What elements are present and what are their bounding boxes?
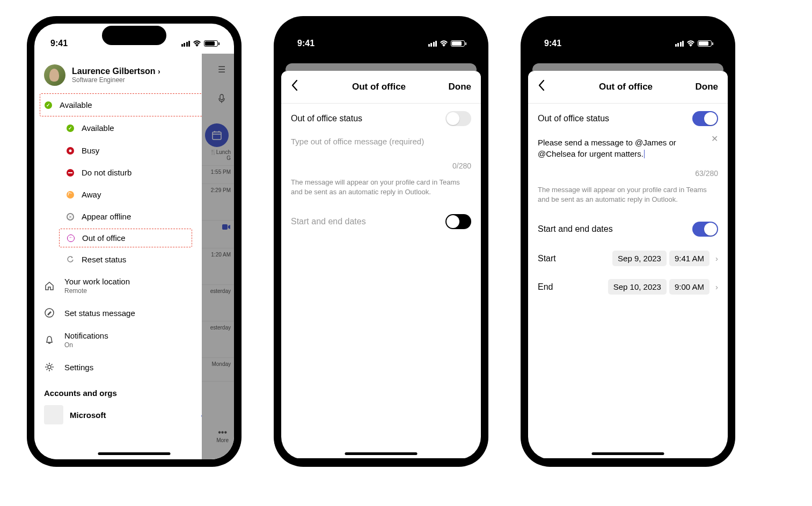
ooo-sheet: Out of office Done Out of office status … [281, 71, 481, 458]
chevron-right-icon: › [715, 282, 718, 291]
current-status-row[interactable]: Available [40, 95, 211, 115]
out-of-office-icon [67, 234, 75, 242]
ooo-message-input[interactable]: Type out of office message (required) [281, 134, 481, 159]
char-counter: 0/280 [281, 159, 481, 172]
avatar [44, 64, 65, 86]
status-option-offline[interactable]: Appear offline [67, 206, 208, 228]
edit-icon [44, 307, 55, 318]
background-chat-list: ☰ 🍴Lunch G 1:55 PM 2:29 PM 1:20 AM ester… [202, 54, 234, 459]
home-icon [44, 281, 55, 291]
clear-message-button[interactable]: ✕ [701, 134, 728, 144]
cellular-icon [181, 41, 191, 47]
phone-frame-2: 9:41 Out of office Done Out of office st… [274, 16, 488, 467]
org-logo [44, 405, 63, 424]
away-icon [67, 191, 74, 199]
start-time-picker[interactable]: 9:41 AM [669, 251, 709, 266]
char-counter: 63/280 [528, 167, 728, 180]
available-icon [45, 101, 52, 109]
ooo-status-toggle[interactable] [445, 111, 471, 126]
status-option-busy[interactable]: Busy [67, 140, 208, 162]
back-button[interactable] [538, 79, 559, 94]
cellular-icon [675, 41, 684, 47]
dates-toggle[interactable] [692, 222, 718, 237]
status-option-ooo[interactable]: Out of office [59, 229, 192, 247]
profile-title: Software Engineer [72, 76, 160, 84]
status-option-reset[interactable]: Reset status [67, 248, 208, 270]
gear-icon [44, 362, 55, 372]
dates-toggle[interactable] [445, 214, 471, 229]
sheet-backdrop [528, 50, 728, 71]
start-label: Start [538, 254, 556, 263]
svg-point-6 [69, 149, 72, 152]
ooo-message-input[interactable]: Please send a message to @James or @Chel… [528, 134, 701, 167]
reset-icon [67, 256, 74, 263]
battery-icon [204, 40, 218, 47]
dates-label: Start and end dates [538, 224, 613, 234]
end-date-row: End Sep 10, 2023 9:00 AM › [528, 273, 728, 301]
dynamic-island [349, 26, 413, 45]
clock: 9:41 [544, 39, 561, 48]
current-status-highlight: Available [40, 93, 211, 116]
dynamic-island [102, 26, 166, 45]
bell-icon [44, 335, 55, 346]
accounts-section-title: Accounts and orgs [34, 379, 217, 402]
busy-icon [67, 147, 74, 155]
org-row[interactable]: Microsoft ✓ [34, 402, 217, 428]
ooo-status-label: Out of office status [291, 114, 362, 123]
status-option-available[interactable]: Available ✓ [67, 116, 208, 140]
done-button[interactable]: Done [448, 82, 471, 92]
dnd-icon [67, 169, 74, 177]
ooo-status-label: Out of office status [538, 114, 609, 123]
back-button[interactable] [291, 79, 312, 94]
end-time-picker[interactable]: 9:00 AM [669, 279, 709, 295]
status-option-away[interactable]: Away [67, 184, 208, 206]
wifi-icon [686, 40, 695, 47]
text-cursor [644, 150, 645, 158]
available-icon [67, 124, 74, 132]
phone-frame-1: 9:41 ☰ 🍴Lunch G 1:55 PM 2:29 PM 1:20 AM … [27, 16, 242, 467]
dates-label: Start and end dates [291, 217, 366, 226]
start-date-picker[interactable]: Sep 9, 2023 [612, 251, 667, 266]
notifications-row[interactable]: NotificationsOn [34, 325, 217, 355]
ooo-sheet: Out of office Done Out of office status … [528, 71, 728, 458]
sheet-title: Out of office [599, 82, 653, 92]
cellular-icon [428, 41, 437, 47]
home-indicator[interactable] [98, 452, 171, 455]
done-button[interactable]: Done [695, 82, 718, 92]
wifi-icon [440, 40, 448, 47]
end-label: End [538, 282, 553, 292]
profile-header[interactable]: Laurence Gilbertson › Software Engineer [34, 62, 217, 93]
dynamic-island [596, 26, 660, 45]
sheet-title: Out of office [352, 82, 406, 92]
battery-icon [451, 40, 465, 47]
sheet-backdrop [281, 50, 481, 71]
ooo-status-toggle[interactable] [692, 111, 718, 126]
set-status-message-row[interactable]: Set status message [34, 301, 217, 325]
work-location-row[interactable]: Your work locationRemote [34, 270, 217, 301]
settings-row[interactable]: Settings [34, 355, 217, 379]
start-date-row: Start Sep 9, 2023 9:41 AM › [528, 244, 728, 273]
end-date-picker[interactable]: Sep 10, 2023 [608, 279, 667, 295]
profile-drawer: Laurence Gilbertson › Software Engineer … [34, 54, 217, 459]
svg-point-8 [48, 365, 51, 369]
battery-icon [698, 40, 712, 47]
status-option-dnd[interactable]: Do not disturb [67, 162, 208, 184]
offline-icon [67, 213, 74, 221]
chevron-right-icon: › [158, 67, 160, 76]
home-indicator[interactable] [345, 452, 418, 455]
phone-frame-3: 9:41 Out of office Done Out of office st… [521, 16, 735, 467]
clock: 9:41 [297, 39, 314, 48]
ooo-hint: The message will appear on your profile … [528, 180, 728, 214]
ooo-hint: The message will appear on your profile … [281, 172, 481, 207]
chevron-right-icon: › [715, 254, 718, 263]
current-status-label: Available [60, 100, 92, 109]
clock: 9:41 [50, 39, 68, 48]
wifi-icon [193, 40, 201, 47]
home-indicator[interactable] [592, 452, 664, 455]
profile-name: Laurence Gilbertson › [72, 67, 160, 76]
